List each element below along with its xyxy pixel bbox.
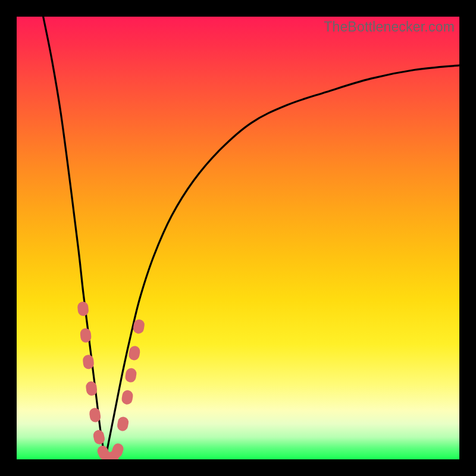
data-marker [117, 416, 130, 432]
plot-area: TheBottlenecker.com [17, 17, 459, 459]
curve-layer [17, 17, 459, 459]
data-marker [92, 429, 106, 445]
chart-stage: TheBottlenecker.com [0, 0, 476, 476]
data-marker [124, 367, 137, 383]
right-branch-curve [105, 65, 459, 459]
data-marker [128, 345, 141, 361]
data-marker [77, 301, 89, 317]
data-marker [121, 390, 134, 406]
